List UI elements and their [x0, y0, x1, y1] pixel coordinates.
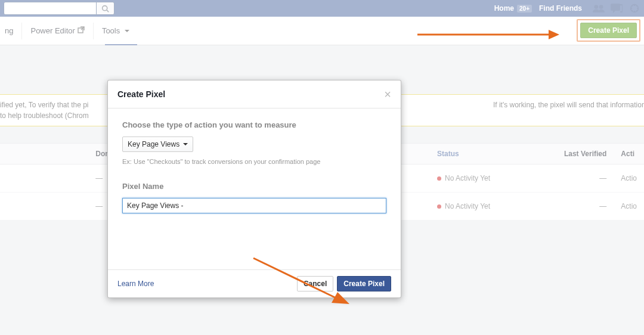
action-type-select[interactable]: Key Page Views: [122, 137, 193, 152]
create-pixel-submit-button[interactable]: Create Pixel: [337, 276, 391, 291]
cancel-button[interactable]: Cancel: [297, 276, 333, 291]
learn-more-link[interactable]: Learn More: [117, 280, 154, 288]
modal-header: Create Pixel ×: [108, 80, 401, 108]
modal-buttons: Cancel Create Pixel: [297, 276, 391, 291]
create-pixel-modal: Create Pixel × Choose the type of action…: [107, 80, 401, 298]
close-icon[interactable]: ×: [384, 88, 391, 100]
pixel-name-input[interactable]: [122, 198, 386, 213]
modal-title: Create Pixel: [117, 89, 165, 99]
modal-body: Choose the type of action you want to me…: [108, 108, 401, 218]
modal-footer: Learn More Cancel Create Pixel: [108, 269, 401, 297]
chevron-down-icon: [183, 143, 188, 145]
choose-action-label: Choose the type of action you want to me…: [122, 120, 386, 129]
action-type-value: Key Page Views: [128, 140, 179, 148]
action-type-hint: Ex: Use "Checkouts" to track conversions…: [122, 158, 386, 165]
pixel-name-label: Pixel Name: [122, 182, 386, 191]
